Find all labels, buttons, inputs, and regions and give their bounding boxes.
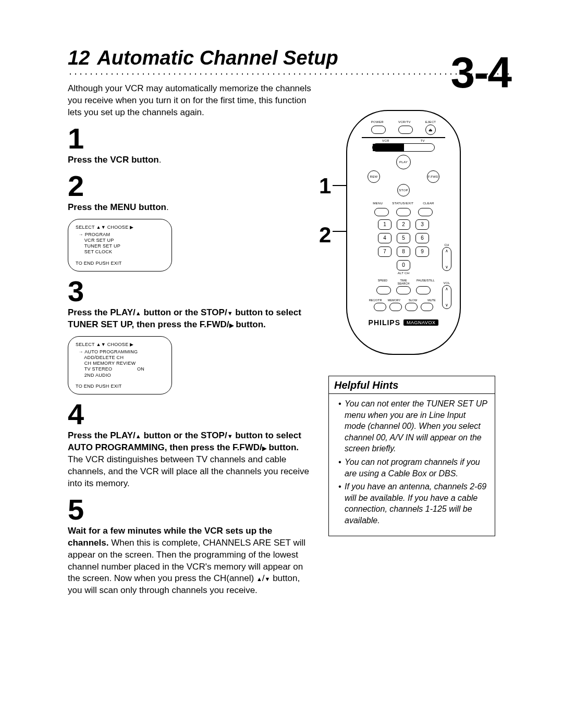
divider — [362, 137, 445, 138]
osd1-line: SET CLOCK — [76, 249, 164, 255]
step-range-label: 3-4 — [328, 51, 511, 94]
mute-label: MUTE — [424, 299, 439, 302]
step-4-text: Press the PLAY/ button or the STOP/ butt… — [68, 430, 313, 490]
number-keypad: 1 2 3 4 5 6 7 8 9 0 — [378, 219, 429, 270]
clear-label: CLEAR — [423, 202, 434, 205]
clear-button[interactable] — [418, 208, 433, 216]
stop-button[interactable]: STOP — [397, 184, 410, 196]
volume-rocker[interactable]: ∧∨ — [442, 285, 451, 309]
ffwd-button[interactable]: F.FWD — [427, 170, 439, 183]
hint-item: If you have an antenna, channels 2-69 wi… — [338, 481, 488, 526]
osd2-header: SELECT ▲▼ CHOOSE ▶ — [76, 342, 164, 347]
osd2-line: ADD/DELETE CH — [76, 355, 164, 361]
vol-label: VOL — [444, 281, 450, 285]
osd-menu-2: SELECT ▲▼ CHOOSE ▶ → AUTO PROGRAMMING AD… — [68, 336, 172, 394]
key-0[interactable]: 0 — [397, 260, 410, 270]
altch-label: ALT CH — [398, 272, 410, 275]
step-4-number: 4 — [68, 400, 313, 429]
slow-button[interactable] — [405, 303, 418, 311]
speed-button[interactable] — [376, 286, 391, 294]
triangle-down-icon — [227, 307, 233, 319]
mute-button[interactable] — [421, 303, 433, 311]
step-1-text: Press the VCR button. — [68, 154, 313, 166]
channel-rocker[interactable]: ∧∨ — [442, 247, 451, 271]
triangle-up-icon — [256, 573, 262, 585]
key-9[interactable]: 9 — [415, 246, 429, 257]
triangle-up-icon — [136, 430, 141, 442]
status-label: STATUS/EXIT — [392, 202, 413, 205]
key-7[interactable]: 7 — [378, 246, 391, 257]
vcrtv-button[interactable] — [398, 126, 413, 134]
pausestill-label: PAUSE/STILL — [417, 279, 432, 285]
remote-column: 3-4 1 2 POWER VCR/TV EJECT — [328, 76, 511, 597]
brand-magnavox: MAGNAVOX — [403, 319, 438, 326]
intro-paragraph: Although your VCR may automatically memo… — [68, 83, 313, 119]
step-2-number: 2 — [68, 171, 313, 201]
triangle-down-icon — [227, 430, 233, 442]
triangle-down-icon — [265, 573, 271, 585]
osd1-line: → PROGRAM — [76, 232, 164, 238]
steps-column: Although your VCR may automatically memo… — [68, 76, 313, 597]
key-5[interactable]: 5 — [397, 233, 410, 243]
slow-label: SLOW — [405, 299, 421, 302]
step-2-bold: Press the MENU button — [68, 202, 166, 212]
hint-item: You can not program channels if you are … — [338, 456, 488, 479]
step-3-text: Press the PLAY/ button or the STOP/ butt… — [68, 307, 313, 331]
key-8[interactable]: 8 — [397, 246, 410, 257]
transport-cluster: PLAY REW F.FWD STOP — [364, 155, 443, 202]
osd2-line: TV STEREO ON — [76, 366, 164, 372]
osd2-line: → AUTO PROGRAMMING — [76, 349, 164, 355]
key-1[interactable]: 1 — [378, 219, 391, 230]
power-button[interactable] — [371, 126, 386, 134]
pausestill-button[interactable] — [416, 286, 431, 294]
osd2-line: CH MEMORY REVIEW — [76, 361, 164, 366]
callout-2: 2 — [319, 223, 331, 248]
callout-numbers: 1 2 — [319, 174, 331, 248]
osd1-footer: TO END PUSH EXIT — [76, 261, 164, 266]
timesearch-label: TIME SEARCH — [396, 279, 411, 285]
menu-label: MENU — [373, 202, 383, 205]
callout-1: 1 — [319, 174, 331, 199]
key-4[interactable]: 4 — [378, 233, 391, 243]
recotr-label: REC/OTR — [368, 299, 383, 302]
power-label: POWER — [371, 120, 384, 124]
triangle-right-icon — [262, 442, 266, 454]
step-5-text: Wait for a few minutes while the VCR set… — [68, 525, 313, 597]
status-exit-button[interactable] — [396, 208, 411, 216]
eject-label: EJECT — [425, 120, 436, 124]
tv-label: TV — [421, 139, 425, 142]
key-6[interactable]: 6 — [415, 233, 429, 243]
vcr-label: VCR — [382, 139, 389, 142]
eject-button[interactable]: ⏏ — [425, 125, 436, 135]
step-3-number: 3 — [68, 277, 313, 306]
page-number: 12 — [68, 47, 90, 69]
step-2-text: Press the MENU button. — [68, 202, 313, 214]
step-5-number: 5 — [68, 495, 313, 524]
speed-label: SPEED — [375, 279, 390, 285]
rocker-group: CH ∧∨ VOL ∧∨ — [442, 243, 451, 309]
key-2[interactable]: 2 — [397, 219, 410, 230]
page-title: Automatic Channel Setup — [97, 47, 338, 69]
key-3[interactable]: 3 — [415, 219, 429, 230]
osd-menu-1: SELECT ▲▼ CHOOSE ▶ → PROGRAM VCR SET UP … — [68, 219, 172, 272]
tv-segment — [404, 144, 435, 151]
osd2-footer: TO END PUSH EXIT — [76, 384, 164, 389]
osd1-line: TUNER SET UP — [76, 243, 164, 249]
timesearch-button[interactable] — [396, 286, 411, 294]
hint-item: You can not enter the TUNER SET UP menu … — [338, 398, 488, 454]
play-button[interactable]: PLAY — [396, 155, 411, 169]
manual-page: 12 Automatic Channel Setup Although your… — [0, 0, 563, 728]
osd1-line: VCR SET UP — [76, 238, 164, 243]
vcr-tv-toggle[interactable] — [372, 143, 435, 152]
memory-label: MEMORY — [386, 299, 402, 302]
remote-control-diagram: POWER VCR/TV EJECT ⏏ VCR TV — [346, 110, 461, 355]
step-1-bold: Press the VCR button — [68, 155, 159, 165]
rew-button[interactable]: REW — [368, 170, 380, 183]
ch-label: CH — [444, 243, 449, 246]
triangle-right-icon — [229, 319, 234, 331]
vcr-segment — [373, 144, 404, 151]
recotr-button[interactable] — [374, 303, 386, 311]
step-1-number: 1 — [68, 124, 313, 153]
memory-button[interactable] — [389, 303, 402, 311]
menu-button[interactable] — [374, 208, 389, 216]
